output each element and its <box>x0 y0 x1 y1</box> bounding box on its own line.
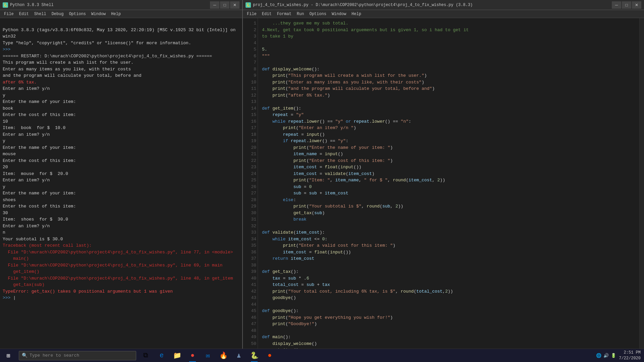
shell-content[interactable]: Python 3.8.3 (tags/v3.8.3:6f69c832, May … <box>0 18 242 355</box>
python-shell-icon: 🐍 <box>3 2 8 8</box>
line-5: This program will create a wish list for… <box>3 60 141 78</box>
line-10: book <box>3 106 13 111</box>
python-shell-window: 🐍 Python 3.8.3 Shell ─ □ ✕ File Edit She… <box>0 0 243 362</box>
line-3: >>> <box>3 47 13 52</box>
line-26: n <box>3 230 5 235</box>
shell-menu-options[interactable]: Options <box>66 10 89 18</box>
line-7: Enter an item? y/n <box>3 86 50 91</box>
editor-icon: 🐍 <box>246 2 251 8</box>
line-21: Enter the name of your item: <box>3 191 76 196</box>
line-23: Enter the cost of this item: <box>3 204 76 209</box>
editor-menu-options[interactable]: Options <box>307 10 329 18</box>
shell-close-btn[interactable]: ✕ <box>230 1 239 9</box>
line-17: Enter the cost of this item: <box>3 158 76 163</box>
windows-logo-icon: ⊞ <box>7 352 10 359</box>
line-16: mouse <box>3 152 16 157</box>
editor-maximize-btn[interactable]: □ <box>622 1 631 9</box>
task-view-button[interactable]: ⧉ <box>138 349 153 362</box>
system-clock[interactable]: 2:51 PM 7/22/2020 <box>619 350 641 361</box>
code-view[interactable]: 1234567891011121314151617181920212223242… <box>243 18 644 355</box>
editor-content-area[interactable]: 1234567891011121314151617181920212223242… <box>243 18 644 355</box>
shell-win-controls[interactable]: ─ □ ✕ <box>210 1 239 9</box>
editor-title-bar: 🐍 proj_4_to_fix_wishes.py - D:\murach\CO… <box>243 0 644 10</box>
line-25: Item: shoes for $ 30.0 Enter an item? y/… <box>3 217 68 229</box>
taskbar-search-icon: 🔍 <box>22 353 28 358</box>
line-14: y <box>3 138 5 143</box>
line-13: Item: book for $ 10.0 Enter an item? y/n <box>3 125 65 137</box>
line-8: y <box>3 93 5 98</box>
taskbar-edge-icon[interactable]: e <box>154 349 169 362</box>
editor-menu-window[interactable]: Window <box>329 10 349 18</box>
line-28: Traceback (most recent call last): File … <box>3 243 233 287</box>
shell-menu-window[interactable]: Window <box>89 10 108 18</box>
line-1: Python 3.8.3 (tags/v3.8.3:6f69c832, May … <box>3 27 238 39</box>
clock-time: 2:51 PM <box>619 350 641 356</box>
taskbar-search-text: Type here to search <box>30 353 79 358</box>
taskbar-steam-icon[interactable]: ♟ <box>231 349 246 362</box>
shell-maximize-btn[interactable]: □ <box>220 1 229 9</box>
editor-menu-help[interactable]: Help <box>349 10 364 18</box>
network-icon[interactable]: 🌐 <box>596 353 601 358</box>
line-18: 20 <box>3 165 8 170</box>
shell-menu-debug[interactable]: Debug <box>49 10 66 18</box>
line-6: after 6% tax. <box>3 80 37 85</box>
editor-title: proj_4_to_fix_wishes.py - D:\murach\COP2… <box>253 3 612 7</box>
system-icons: 🌐 🔊 🔋 <box>596 353 616 358</box>
taskbar-app8-icon[interactable]: ● <box>262 349 277 362</box>
clock-date: 7/22/2020 <box>619 356 641 361</box>
line-2: Type "help", "copyright", "credits" or "… <box>3 41 191 46</box>
taskbar-python-icon[interactable]: 🐍 <box>247 349 262 362</box>
taskbar-search-bar[interactable]: 🔍 Type here to search <box>19 351 136 360</box>
editor-minimize-btn[interactable]: ─ <box>612 1 621 9</box>
line-11: Enter the cost of this item: <box>3 112 76 117</box>
editor-win-controls[interactable]: ─ □ ✕ <box>612 1 641 9</box>
shell-menu-edit[interactable]: Edit <box>16 10 32 18</box>
taskbar-explorer-icon[interactable]: 📁 <box>170 349 184 362</box>
editor-menu-bar: File Edit Format Run Options Window Help <box>243 10 644 18</box>
taskbar-chrome-icon[interactable]: ● <box>185 349 200 362</box>
volume-icon[interactable]: 🔊 <box>603 353 609 358</box>
taskbar-apps: e 📁 ● ✉ 🔥 ♟ 🐍 ● <box>154 349 277 362</box>
taskbar-mail-icon[interactable]: ✉ <box>201 349 215 362</box>
line-22: shoes <box>3 197 16 202</box>
editor-window: 🐍 proj_4_to_fix_wishes.py - D:\murach\CO… <box>243 0 644 362</box>
line-19: Item: mouse for $ 20.0 Enter an item? y/… <box>3 171 68 183</box>
start-button[interactable]: ⊞ <box>0 349 17 362</box>
line-29: TypeError: get_tax() takes 0 positional … <box>3 289 173 294</box>
line-4: ====== RESTART: D:\murach\COP2002\python… <box>3 54 212 59</box>
line-12: 10 <box>3 119 8 124</box>
line-15: Enter the name of your item: <box>3 145 76 150</box>
taskbar-app5-icon[interactable]: 🔥 <box>216 349 231 362</box>
shell-minimize-btn[interactable]: ─ <box>210 1 219 9</box>
line-9: Enter the name of your item: <box>3 99 76 104</box>
shell-menu-shell[interactable]: Shell <box>32 10 49 18</box>
code-text[interactable]: ...they gave me my sub total. 4.Next, ge… <box>258 18 639 355</box>
editor-menu-format[interactable]: Format <box>274 10 294 18</box>
shell-menu-bar: File Edit Shell Debug Options Window Hel… <box>0 10 242 18</box>
taskbar: ⊞ 🔍 Type here to search ⧉ e 📁 ● ✉ <box>0 349 644 362</box>
editor-menu-file[interactable]: File <box>244 10 259 18</box>
editor-menu-run[interactable]: Run <box>294 10 307 18</box>
battery-icon[interactable]: 🔋 <box>611 353 616 358</box>
shell-title-bar: 🐍 Python 3.8.3 Shell ─ □ ✕ <box>0 0 242 10</box>
terminal-output[interactable]: Python 3.8.3 (tags/v3.8.3:6f69c832, May … <box>0 18 242 355</box>
cursor[interactable]: | <box>13 295 16 300</box>
line-24: 30 <box>3 210 8 216</box>
shell-menu-help[interactable]: Help <box>108 10 123 18</box>
shell-menu-file[interactable]: File <box>1 10 16 18</box>
line-20: y <box>3 184 5 189</box>
line-numbers: 1234567891011121314151617181920212223242… <box>243 18 258 355</box>
editor-menu-edit[interactable]: Edit <box>259 10 274 18</box>
task-view-icon: ⧉ <box>143 352 148 359</box>
editor-scrollbar[interactable] <box>639 18 644 355</box>
taskbar-system-tray: 🌐 🔊 🔋 2:51 PM 7/22/2020 <box>596 350 644 361</box>
shell-title: Python 3.8.3 Shell <box>10 3 210 7</box>
editor-close-btn[interactable]: ✕ <box>632 1 641 9</box>
line-30: >>> <box>3 295 13 300</box>
line-27: Your subtotal is $ 30.0 <box>3 237 63 242</box>
